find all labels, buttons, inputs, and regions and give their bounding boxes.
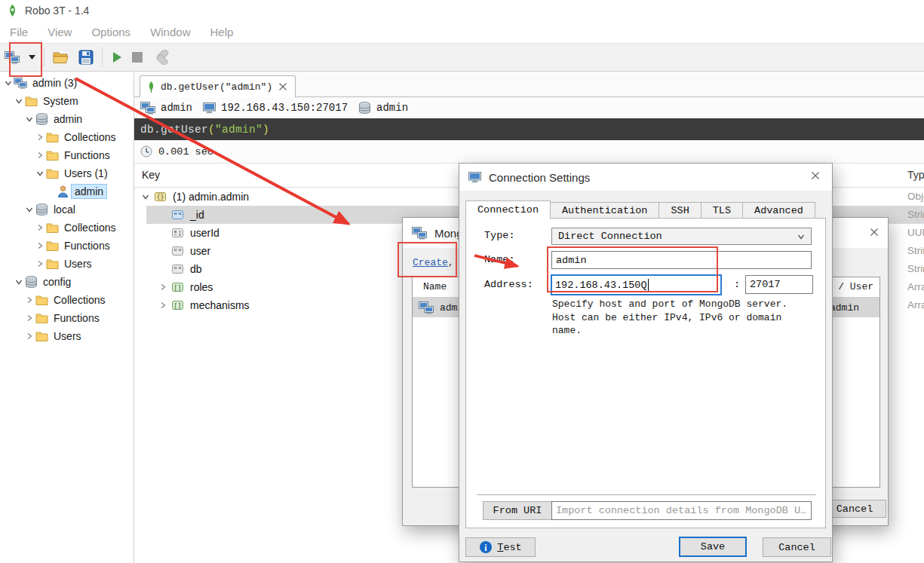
chevron-down-icon[interactable] [14,97,24,105]
manage-connections-button[interactable] [0,45,24,69]
settings-tabs: ConnectionAuthenticationSSHTLSAdvanced [465,200,815,219]
chevron-down-icon[interactable] [140,193,151,200]
query-editor[interactable]: db.getUser("admin") [134,118,924,140]
chevron-down-icon[interactable] [24,206,35,213]
chevron-right-icon[interactable] [158,283,168,291]
chevron-right-icon[interactable] [24,314,35,322]
chevron-right-icon[interactable] [24,332,35,340]
folder-icon [45,222,59,233]
connection-tab-panel: Type: Direct Connection Name: Address: 1… [465,218,826,528]
test-button[interactable]: i Test [465,537,536,557]
tree-item-system[interactable]: System [0,92,134,110]
chevron-down-icon[interactable] [3,79,14,87]
tree-item-admin-3[interactable]: admin (3) [0,74,134,92]
query-tab[interactable]: db.getUser("admin") [140,75,296,97]
connections-actions-row: Create, [413,257,454,268]
chevron-right-icon[interactable] [35,260,45,268]
tree-item-functions[interactable]: Functions [0,309,134,327]
monitor-icon [203,103,216,114]
from-uri-button[interactable]: From URI [483,501,552,520]
tree-item-collections[interactable]: Collections [0,128,134,146]
clock-icon [140,145,152,158]
result-key-label: mechanisms [190,299,250,311]
menu-file[interactable]: File [0,26,38,38]
tree-item-users[interactable]: Users [0,327,134,345]
panel-divider [477,494,816,495]
save-button[interactable]: Save [679,537,747,557]
user-icon [56,185,69,197]
chevron-right-icon[interactable] [35,151,45,159]
tree-item-label: Collections [61,130,118,144]
address-input[interactable]: 192.168.43.150Q [551,274,722,295]
folder-icon [45,259,59,269]
connection-name-input[interactable] [551,251,812,269]
folder-icon [24,96,38,106]
array-icon: [] [171,283,183,292]
chevron-right-icon[interactable] [158,301,168,309]
tree-item-users-1[interactable]: Users (1) [0,164,134,182]
tree-item-admin[interactable]: admin [0,110,134,128]
chevron-right-icon[interactable] [35,242,45,249]
tab-connection[interactable]: Connection [465,200,551,219]
server-connection-icon [419,301,434,314]
play-icon [111,51,123,63]
chevron-down-icon[interactable] [14,278,24,286]
tree-item-functions[interactable]: Functions [0,146,134,164]
tree-item-label: Users (1) [61,167,111,180]
port-input[interactable] [745,275,813,294]
tree-item-users[interactable]: Users [0,255,134,273]
close-icon[interactable] [811,171,820,180]
address-label: Address: [484,279,533,290]
tab-advanced[interactable]: Advanced [742,202,815,219]
tab-ssh[interactable]: SSH [658,202,701,219]
tree-item-config[interactable]: config [0,273,134,291]
tree-item-collections[interactable]: Collections [0,219,134,237]
text-cursor [648,279,649,292]
menu-help[interactable]: Help [200,26,243,38]
server-connection-icon [140,102,155,115]
chevron-right-icon[interactable] [24,296,35,304]
column-header-name[interactable]: Name [423,281,447,292]
connection-settings-dialog: Connection Settings ConnectionAuthentica… [459,163,833,562]
close-icon[interactable] [278,82,287,91]
cancel-button-label: Cancel [837,503,873,515]
tree-item-functions[interactable]: Functions [0,237,134,255]
close-icon[interactable] [870,228,879,237]
settings-dialog-titlebar: Connection Settings [459,164,832,191]
tab-authentication[interactable]: Authentication [550,202,659,219]
import-uri-input[interactable] [551,501,812,520]
connection-info-bar: admin 192.168.43.150:27017 admin [134,97,924,118]
chevron-right-icon[interactable] [35,224,45,231]
tree-item-admin[interactable]: admin [0,182,134,200]
execute-query-button[interactable] [106,45,127,69]
result-key-label: db [190,263,202,275]
tree-item-local[interactable]: local [0,200,134,219]
svg-text:{}: {} [156,193,164,200]
elapsed-time: 0.001 sec. [158,146,219,158]
connection-type-select[interactable]: Direct Connection [551,228,812,245]
chevron-down-icon[interactable] [24,115,35,123]
tree-item-label: admin [51,112,85,126]
column-header-key[interactable]: Key [142,169,160,181]
cancel-button[interactable]: Cancel [763,537,831,557]
stop-query-button[interactable] [127,45,147,69]
database-icon [35,203,48,216]
save-icon [78,50,94,65]
menu-options[interactable]: Options [81,26,140,38]
tab-tls[interactable]: TLS [701,202,743,219]
orientation-toggle-button[interactable] [147,45,176,69]
menu-window[interactable]: Window [140,26,200,38]
open-script-button[interactable] [48,45,74,69]
column-header-type[interactable]: Type [907,169,924,181]
connections-dropdown-caret[interactable] [24,45,40,69]
menu-view[interactable]: View [38,26,81,38]
save-script-button[interactable] [74,45,98,69]
folder-icon [35,313,48,323]
chevron-down-icon[interactable] [35,170,45,177]
tree-item-collections[interactable]: Collections [0,291,134,309]
chevron-right-icon[interactable] [35,133,45,141]
create-connection-link[interactable]: Create [413,257,448,268]
svg-text:"": "" [173,266,182,274]
database-icon [24,276,38,288]
window-titlebar: Robo 3T - 1.4 [0,0,924,21]
